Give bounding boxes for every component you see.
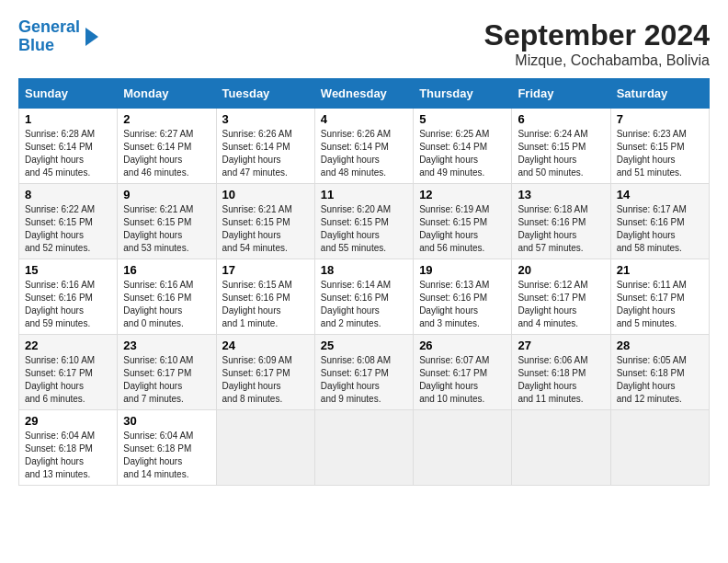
sunset-text: Sunset: 6:14 PM xyxy=(222,142,290,152)
calendar-cell: 8Sunrise: 6:22 AMSunset: 6:15 PMDaylight… xyxy=(19,184,118,259)
day-info: Sunrise: 6:04 AMSunset: 6:18 PMDaylight … xyxy=(123,430,210,481)
logo: GeneralBlue xyxy=(18,18,98,55)
daylight-label: Daylight hours xyxy=(419,155,478,165)
day-number: 10 xyxy=(222,188,309,201)
calendar-cell xyxy=(512,410,610,486)
day-number: 29 xyxy=(25,414,111,428)
sunset-text: Sunset: 6:16 PM xyxy=(25,293,93,303)
calendar-cell: 17Sunrise: 6:15 AMSunset: 6:16 PMDayligh… xyxy=(216,259,314,335)
sunset-text: Sunset: 6:15 PM xyxy=(518,142,586,152)
day-number: 12 xyxy=(419,188,506,201)
sunset-text: Sunset: 6:15 PM xyxy=(321,217,389,227)
sunrise-text: Sunrise: 6:06 AM xyxy=(518,355,587,365)
sunrise-text: Sunrise: 6:26 AM xyxy=(321,129,391,139)
calendar-cell: 3Sunrise: 6:26 AMSunset: 6:14 PMDaylight… xyxy=(216,109,314,184)
sunrise-text: Sunrise: 6:09 AM xyxy=(222,355,292,365)
day-info: Sunrise: 6:26 AMSunset: 6:14 PMDaylight … xyxy=(222,128,309,179)
daylight-minutes: and 11 minutes. xyxy=(518,394,583,404)
daylight-label: Daylight hours xyxy=(419,305,478,316)
day-info: Sunrise: 6:23 AMSunset: 6:15 PMDaylight … xyxy=(617,128,703,179)
daylight-minutes: and 49 minutes. xyxy=(419,167,484,178)
day-info: Sunrise: 6:18 AMSunset: 6:16 PMDaylight … xyxy=(518,203,604,255)
calendar-cell: 1Sunrise: 6:28 AMSunset: 6:14 PMDaylight… xyxy=(19,109,118,184)
daylight-label: Daylight hours xyxy=(617,381,676,391)
calendar-cell: 19Sunrise: 6:13 AMSunset: 6:16 PMDayligh… xyxy=(414,259,512,335)
sunset-text: Sunset: 6:15 PM xyxy=(123,217,191,227)
calendar-cell: 7Sunrise: 6:23 AMSunset: 6:15 PMDaylight… xyxy=(610,109,709,184)
sunrise-text: Sunrise: 6:18 AM xyxy=(518,204,587,214)
calendar-cell xyxy=(610,410,709,486)
day-info: Sunrise: 6:12 AMSunset: 6:17 PMDaylight … xyxy=(518,279,604,330)
calendar-cell: 14Sunrise: 6:17 AMSunset: 6:16 PMDayligh… xyxy=(610,184,709,259)
weekday-header: Monday xyxy=(118,79,216,109)
day-number: 24 xyxy=(222,339,309,352)
daylight-label: Daylight hours xyxy=(25,230,84,240)
sunset-text: Sunset: 6:14 PM xyxy=(321,142,389,152)
sunset-text: Sunset: 6:16 PM xyxy=(518,217,586,227)
daylight-minutes: and 8 minutes. xyxy=(222,394,283,404)
calendar-cell xyxy=(414,410,512,486)
sunset-text: Sunset: 6:14 PM xyxy=(25,142,93,152)
logo-arrow-icon xyxy=(85,28,98,46)
daylight-minutes: and 5 minutes. xyxy=(617,318,677,328)
calendar-cell: 30Sunrise: 6:04 AMSunset: 6:18 PMDayligh… xyxy=(118,410,216,486)
calendar-cell xyxy=(216,410,314,486)
sunset-text: Sunset: 6:17 PM xyxy=(222,368,290,378)
daylight-label: Daylight hours xyxy=(25,155,84,165)
day-number: 22 xyxy=(25,339,111,352)
day-number: 9 xyxy=(123,188,210,201)
calendar-title: September 2024 xyxy=(484,18,710,52)
daylight-minutes: and 1 minute. xyxy=(222,318,279,328)
sunrise-text: Sunrise: 6:07 AM xyxy=(419,355,489,365)
day-number: 16 xyxy=(123,263,210,277)
day-info: Sunrise: 6:08 AMSunset: 6:17 PMDaylight … xyxy=(321,354,407,406)
sunrise-text: Sunrise: 6:17 AM xyxy=(617,204,687,214)
daylight-label: Daylight hours xyxy=(123,305,182,316)
daylight-minutes: and 46 minutes. xyxy=(123,167,188,178)
sunrise-text: Sunrise: 6:16 AM xyxy=(25,280,95,290)
title-block: September 2024 Mizque, Cochabamba, Boliv… xyxy=(484,18,710,69)
calendar-cell: 11Sunrise: 6:20 AMSunset: 6:15 PMDayligh… xyxy=(314,184,413,259)
calendar-cell: 25Sunrise: 6:08 AMSunset: 6:17 PMDayligh… xyxy=(314,335,413,410)
day-info: Sunrise: 6:09 AMSunset: 6:17 PMDaylight … xyxy=(222,354,309,406)
day-number: 19 xyxy=(419,263,506,277)
day-number: 8 xyxy=(25,188,111,201)
calendar-week-row: 29Sunrise: 6:04 AMSunset: 6:18 PMDayligh… xyxy=(19,410,710,486)
weekday-header: Thursday xyxy=(414,79,512,109)
daylight-minutes: and 2 minutes. xyxy=(321,318,381,328)
sunset-text: Sunset: 6:15 PM xyxy=(25,217,93,227)
daylight-minutes: and 58 minutes. xyxy=(617,243,682,253)
calendar-cell: 28Sunrise: 6:05 AMSunset: 6:18 PMDayligh… xyxy=(610,335,709,410)
calendar-cell: 15Sunrise: 6:16 AMSunset: 6:16 PMDayligh… xyxy=(19,259,118,335)
day-info: Sunrise: 6:27 AMSunset: 6:14 PMDaylight … xyxy=(123,128,210,179)
day-info: Sunrise: 6:16 AMSunset: 6:16 PMDaylight … xyxy=(123,279,210,330)
day-info: Sunrise: 6:22 AMSunset: 6:15 PMDaylight … xyxy=(25,203,111,255)
day-number: 18 xyxy=(321,263,407,277)
daylight-label: Daylight hours xyxy=(222,305,281,316)
day-number: 30 xyxy=(123,414,210,428)
daylight-label: Daylight hours xyxy=(222,155,281,165)
sunrise-text: Sunrise: 6:13 AM xyxy=(419,280,489,290)
sunset-text: Sunset: 6:17 PM xyxy=(321,368,389,378)
calendar-cell: 22Sunrise: 6:10 AMSunset: 6:17 PMDayligh… xyxy=(19,335,118,410)
daylight-minutes: and 50 minutes. xyxy=(518,167,583,178)
day-info: Sunrise: 6:20 AMSunset: 6:15 PMDaylight … xyxy=(321,203,407,255)
calendar-table: SundayMondayTuesdayWednesdayThursdayFrid… xyxy=(18,78,710,486)
sunset-text: Sunset: 6:18 PM xyxy=(25,443,93,454)
daylight-minutes: and 57 minutes. xyxy=(518,243,583,253)
daylight-minutes: and 12 minutes. xyxy=(617,394,682,404)
daylight-minutes: and 14 minutes. xyxy=(123,469,188,479)
sunset-text: Sunset: 6:16 PM xyxy=(419,293,487,303)
calendar-week-row: 8Sunrise: 6:22 AMSunset: 6:15 PMDaylight… xyxy=(19,184,710,259)
daylight-label: Daylight hours xyxy=(321,155,380,165)
day-info: Sunrise: 6:14 AMSunset: 6:16 PMDaylight … xyxy=(321,279,407,330)
weekday-header: Friday xyxy=(512,79,610,109)
sunrise-text: Sunrise: 6:21 AM xyxy=(222,204,292,214)
sunrise-text: Sunrise: 6:08 AM xyxy=(321,355,391,365)
calendar-cell: 24Sunrise: 6:09 AMSunset: 6:17 PMDayligh… xyxy=(216,335,314,410)
calendar-cell: 4Sunrise: 6:26 AMSunset: 6:14 PMDaylight… xyxy=(314,109,413,184)
day-number: 21 xyxy=(617,263,703,277)
daylight-label: Daylight hours xyxy=(617,155,676,165)
day-info: Sunrise: 6:10 AMSunset: 6:17 PMDaylight … xyxy=(123,354,210,406)
calendar-cell: 29Sunrise: 6:04 AMSunset: 6:18 PMDayligh… xyxy=(19,410,118,486)
